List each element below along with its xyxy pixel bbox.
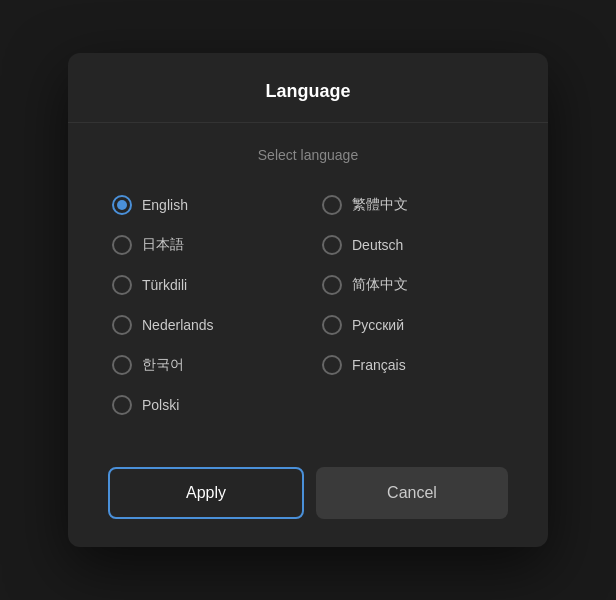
- language-label-dutch: Nederlands: [142, 317, 214, 333]
- language-option-korean[interactable]: 한국어: [108, 347, 298, 383]
- language-option-french[interactable]: Français: [318, 347, 508, 383]
- language-option-polish[interactable]: Polski: [108, 387, 298, 423]
- language-option-japanese[interactable]: 日本語: [108, 227, 298, 263]
- radio-deutsch: [322, 235, 342, 255]
- cancel-button[interactable]: Cancel: [316, 467, 508, 519]
- radio-dutch: [112, 315, 132, 335]
- apply-button[interactable]: Apply: [108, 467, 304, 519]
- radio-french: [322, 355, 342, 375]
- language-label-japanese: 日本語: [142, 236, 184, 254]
- radio-russian: [322, 315, 342, 335]
- radio-inner-english: [117, 200, 127, 210]
- language-grid: English繁體中文日本語DeutschTürkdili简体中文Nederla…: [108, 187, 508, 423]
- language-option-deutsch[interactable]: Deutsch: [318, 227, 508, 263]
- radio-traditional-chinese: [322, 195, 342, 215]
- dialog-footer: Apply Cancel: [68, 451, 548, 547]
- language-label-russian: Русский: [352, 317, 404, 333]
- radio-polish: [112, 395, 132, 415]
- radio-turkish: [112, 275, 132, 295]
- language-option-simplified-chinese[interactable]: 简体中文: [318, 267, 508, 303]
- dialog-subtitle: Select language: [108, 147, 508, 163]
- radio-english: [112, 195, 132, 215]
- radio-simplified-chinese: [322, 275, 342, 295]
- language-dialog: Language Select language English繁體中文日本語D…: [68, 53, 548, 547]
- radio-japanese: [112, 235, 132, 255]
- dialog-body: Select language English繁體中文日本語DeutschTür…: [68, 123, 548, 451]
- dialog-title: Language: [68, 53, 548, 123]
- language-label-french: Français: [352, 357, 406, 373]
- language-label-deutsch: Deutsch: [352, 237, 403, 253]
- language-option-russian[interactable]: Русский: [318, 307, 508, 343]
- language-option-traditional-chinese[interactable]: 繁體中文: [318, 187, 508, 223]
- language-option-english[interactable]: English: [108, 187, 298, 223]
- language-label-korean: 한국어: [142, 356, 184, 374]
- language-label-english: English: [142, 197, 188, 213]
- radio-korean: [112, 355, 132, 375]
- language-label-traditional-chinese: 繁體中文: [352, 196, 408, 214]
- empty-cell: [318, 387, 508, 423]
- language-label-polish: Polski: [142, 397, 179, 413]
- language-option-dutch[interactable]: Nederlands: [108, 307, 298, 343]
- language-option-turkish[interactable]: Türkdili: [108, 267, 298, 303]
- language-label-turkish: Türkdili: [142, 277, 187, 293]
- language-label-simplified-chinese: 简体中文: [352, 276, 408, 294]
